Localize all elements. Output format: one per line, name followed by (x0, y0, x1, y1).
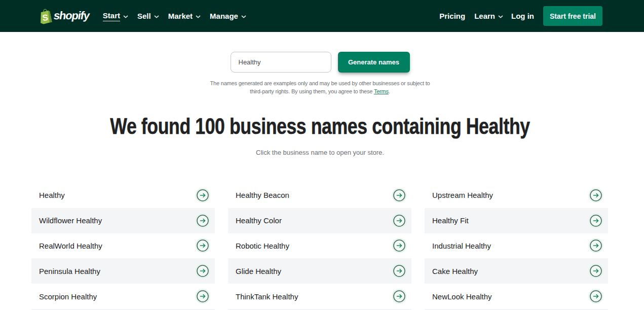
svg-text:S: S (42, 13, 49, 23)
